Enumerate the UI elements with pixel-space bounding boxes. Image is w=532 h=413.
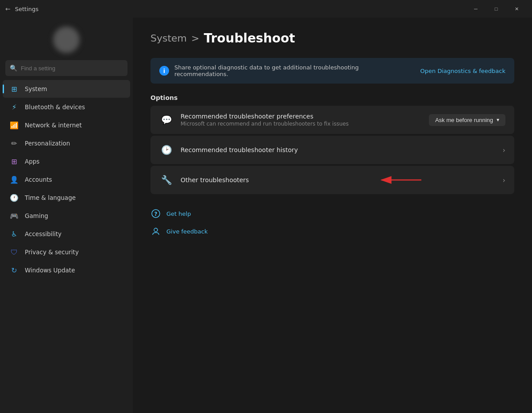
content-area: System > Troubleshoot i Share optional d… — [133, 18, 532, 413]
nav-label-gaming: Gaming — [25, 212, 48, 219]
titlebar-left: ← Settings — [5, 5, 39, 12]
option-icon-recommended-history: 🕑 — [159, 143, 173, 157]
help-icon-give-feedback — [150, 226, 161, 237]
option-title-recommended-preferences: Recommended troubleshooter preferences — [181, 113, 422, 120]
avatar — [53, 27, 80, 53]
option-card-recommended-history[interactable]: 🕑 Recommended troubleshooter history › — [150, 136, 514, 164]
open-diagnostics-link[interactable]: Open Diagnostics & feedback — [420, 68, 505, 74]
nav-label-accessibility: Accessibility — [25, 230, 62, 237]
help-icon-get-help: ? — [150, 208, 161, 219]
option-info-other-troubleshooters: Other troubleshooters — [181, 176, 496, 184]
option-info-recommended-history: Recommended troubleshooter history — [181, 146, 496, 153]
chevron-down-icon: ▾ — [497, 117, 499, 123]
option-icon-other-troubleshooters: 🔧 — [159, 173, 173, 187]
nav-label-update: Windows Update — [25, 267, 75, 274]
sidebar-item-bluetooth[interactable]: ⚡ Bluetooth & devices — [3, 98, 130, 116]
chevron-right-icon: › — [503, 176, 505, 184]
breadcrumb-parent: System — [150, 33, 187, 44]
breadcrumb-current: Troubleshoot — [204, 31, 295, 46]
dropdown-label-recommended-preferences: Ask me before running — [435, 117, 493, 123]
svg-text:?: ? — [154, 211, 158, 217]
nav-icon-privacy: 🛡 — [10, 248, 19, 256]
option-icon-recommended-preferences: 💬 — [159, 113, 173, 127]
option-card-other-troubleshooters[interactable]: 🔧 Other troubleshooters › — [150, 166, 514, 194]
titlebar: ← Settings ─ □ ✕ — [0, 0, 532, 18]
option-title-recommended-history: Recommended troubleshooter history — [181, 146, 496, 153]
nav-label-personalization: Personalization — [25, 140, 70, 147]
sidebar-item-accessibility[interactable]: ♿ Accessibility — [3, 225, 130, 243]
svg-point-4 — [154, 228, 158, 232]
sidebar-item-gaming[interactable]: 🎮 Gaming — [3, 207, 130, 225]
app-body: 🔍 ⊞ System ⚡ Bluetooth & devices 📶 Netwo… — [0, 18, 532, 413]
breadcrumb-separator: > — [191, 33, 199, 44]
sidebar-item-update[interactable]: ↻ Windows Update — [3, 261, 130, 279]
options-list: 💬 Recommended troubleshooter preferences… — [150, 106, 514, 194]
nav-icon-personalization: ✏ — [10, 139, 19, 148]
window-controls: ─ □ ✕ — [466, 2, 527, 16]
help-link-give-feedback[interactable]: Give feedback — [150, 224, 514, 238]
info-icon: i — [159, 66, 169, 76]
sidebar-item-personalization[interactable]: ✏ Personalization — [3, 134, 130, 152]
chevron-right-icon: › — [503, 146, 505, 154]
search-box[interactable]: 🔍 — [5, 60, 127, 76]
help-links: ? Get help Give feedback — [150, 206, 514, 238]
search-input[interactable] — [21, 65, 123, 72]
nav-label-network: Network & internet — [25, 122, 82, 129]
breadcrumb: System > Troubleshoot — [150, 31, 514, 46]
sidebar: 🔍 ⊞ System ⚡ Bluetooth & devices 📶 Netwo… — [0, 18, 133, 413]
nav-label-accounts: Accounts — [25, 176, 52, 183]
nav-icon-bluetooth: ⚡ — [10, 103, 19, 111]
option-right-other-troubleshooters: › — [503, 176, 505, 184]
sidebar-item-system[interactable]: ⊞ System — [3, 80, 130, 98]
section-title: Options — [150, 94, 514, 101]
help-link-get-help[interactable]: ? Get help — [150, 206, 514, 221]
nav-label-time: Time & language — [25, 194, 76, 201]
minimize-button[interactable]: ─ — [466, 2, 486, 16]
sidebar-item-privacy[interactable]: 🛡 Privacy & security — [3, 243, 130, 261]
nav-icon-apps: ⊞ — [10, 157, 19, 166]
search-icon: 🔍 — [10, 65, 17, 72]
sidebar-item-apps[interactable]: ⊞ Apps — [3, 153, 130, 170]
info-banner: i Share optional diagnostic data to get … — [150, 58, 514, 84]
sidebar-item-accounts[interactable]: 👤 Accounts — [3, 171, 130, 188]
nav-label-apps: Apps — [25, 158, 39, 165]
maximize-button[interactable]: □ — [486, 2, 506, 16]
nav-icon-network: 📶 — [10, 121, 19, 130]
nav-list: ⊞ System ⚡ Bluetooth & devices 📶 Network… — [0, 80, 133, 279]
option-card-recommended-preferences[interactable]: 💬 Recommended troubleshooter preferences… — [150, 106, 514, 134]
nav-icon-gaming: 🎮 — [10, 211, 19, 220]
option-subtitle-recommended-preferences: Microsoft can recommend and run troubles… — [181, 121, 422, 127]
nav-label-system: System — [25, 85, 47, 92]
sidebar-item-time[interactable]: 🕐 Time & language — [3, 189, 130, 206]
option-right-recommended-preferences: Ask me before running ▾ — [429, 114, 505, 126]
nav-label-bluetooth: Bluetooth & devices — [25, 103, 85, 111]
info-banner-left: i Share optional diagnostic data to get … — [159, 64, 413, 77]
nav-icon-time: 🕐 — [10, 193, 19, 202]
nav-icon-system: ⊞ — [10, 84, 19, 93]
close-button[interactable]: ✕ — [506, 2, 527, 16]
sidebar-item-network[interactable]: 📶 Network & internet — [3, 116, 130, 134]
nav-icon-accessibility: ♿ — [10, 229, 19, 238]
app-title: Settings — [15, 6, 39, 12]
back-icon[interactable]: ← — [5, 5, 11, 12]
option-right-recommended-history: › — [503, 146, 505, 154]
nav-icon-update: ↻ — [10, 266, 19, 275]
help-label-get-help: Get help — [166, 210, 191, 217]
nav-icon-accounts: 👤 — [10, 175, 19, 184]
option-title-other-troubleshooters: Other troubleshooters — [181, 176, 496, 184]
dropdown-recommended-preferences[interactable]: Ask me before running ▾ — [429, 114, 505, 126]
option-info-recommended-preferences: Recommended troubleshooter preferences M… — [181, 113, 422, 127]
banner-text: Share optional diagnostic data to get ad… — [174, 64, 413, 77]
nav-label-privacy: Privacy & security — [25, 249, 79, 256]
help-label-give-feedback: Give feedback — [166, 228, 208, 235]
